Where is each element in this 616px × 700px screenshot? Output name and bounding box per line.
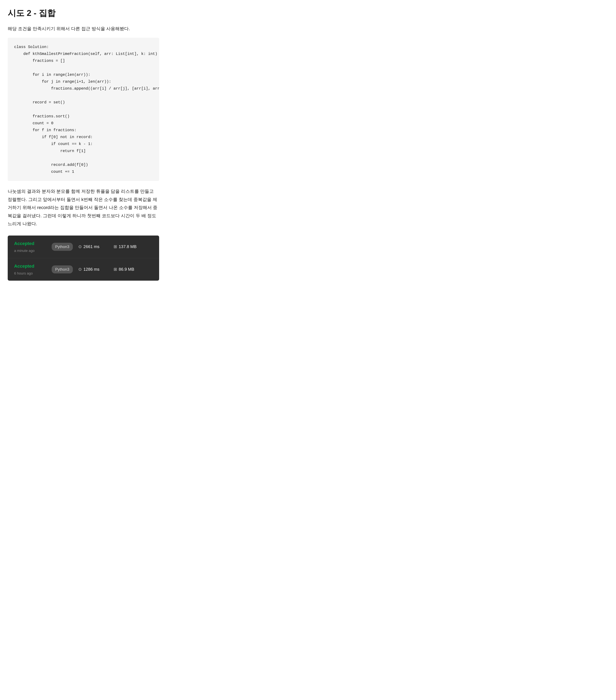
- memory-col: ⊞ 137.8 MB: [114, 243, 146, 250]
- memory-value: 137.8 MB: [119, 243, 137, 250]
- lang-badge-2: Python3: [52, 265, 73, 273]
- clock-icon: ⊙: [78, 243, 82, 250]
- memory-icon-2: ⊞: [114, 266, 117, 273]
- runtime-value-2: 1286 ms: [84, 266, 100, 273]
- memory-col-2: ⊞ 86.9 MB: [114, 266, 146, 273]
- code-block: class Solution: def kthSmallestPrimeFrac…: [8, 38, 159, 181]
- memory-value-2: 86.9 MB: [119, 266, 134, 273]
- runtime-value: 2661 ms: [84, 243, 100, 250]
- status-time-2: 6 hours ago: [14, 271, 46, 276]
- table-row: Accepted a minute ago Python3 ⊙ 2661 ms …: [8, 236, 159, 258]
- status-accepted-2: Accepted: [14, 263, 46, 270]
- description-text: 해당 조건을 만족시키기 위해서 다른 접근 방식을 사용해봤다.: [8, 25, 159, 33]
- table-row: Accepted 6 hours ago Python3 ⊙ 1286 ms ⊞…: [8, 258, 159, 280]
- status-col-2: Accepted 6 hours ago: [14, 263, 46, 276]
- time-col: ⊙ 2661 ms: [78, 243, 114, 250]
- status-col: Accepted a minute ago: [14, 240, 46, 253]
- lang-col-2: Python3: [46, 265, 78, 273]
- lang-badge: Python3: [52, 243, 73, 251]
- status-time-1: a minute ago: [14, 248, 46, 253]
- clock-icon-2: ⊙: [78, 266, 82, 273]
- explanation-text: 나눗셈의 결과와 분자와 분모를 함께 저장한 튜플을 담을 리스트를 만들고 …: [8, 187, 159, 228]
- lang-col: Python3: [46, 243, 78, 251]
- page-title: 시도 2 - 집합: [8, 7, 159, 20]
- memory-icon: ⊞: [114, 243, 117, 250]
- status-accepted: Accepted: [14, 240, 46, 247]
- results-table: Accepted a minute ago Python3 ⊙ 2661 ms …: [8, 236, 159, 280]
- time-col-2: ⊙ 1286 ms: [78, 266, 114, 273]
